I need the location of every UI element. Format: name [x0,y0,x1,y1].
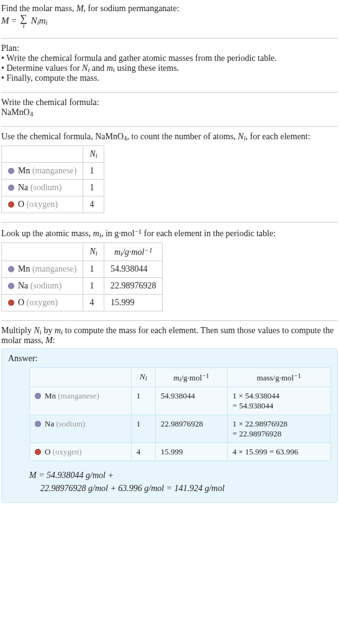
answer-box: Answer: Ni mi/g·mol−1 mass/g·mol−1 Mn (m… [1,348,338,503]
plan-item-2: • Determine values for Ni and mi using t… [1,63,338,73]
element-dot-icon [8,185,14,191]
element-dot-icon [35,449,41,455]
intro-a: Find the molar mass, [1,4,76,13]
divider [1,38,338,39]
multiply-text: Multiply Ni by mi to compute the mass fo… [1,326,338,346]
table-header-row: Ni [2,146,104,163]
intro-text: Find the molar mass, M, for sodium perma… [1,4,338,14]
atomic-mass-table: Ni mi/g·mol−1 Mn (manganese) 1 54.938044… [1,242,163,311]
plan-heading: Plan: [1,44,338,53]
write-heading: Write the chemical formula: [1,98,338,108]
answer-table: Ni mi/g·mol−1 mass/g·mol−1 Mn (manganese… [29,367,331,461]
divider [1,320,338,321]
intro-b: , for sodium permanganate: [84,4,179,13]
table-row: Mn (manganese) 1 54.938044 1 × 54.938044… [30,387,331,415]
table-header-row: Ni mi/g·mol−1 mass/g·mol−1 [30,368,331,387]
write-formula-block: Write the chemical formula: NaMnO4 [1,96,338,122]
element-dot-icon [8,300,14,306]
table-row: O (oxygen) 4 [2,196,104,213]
table-row: Na (sodium) 1 22.98976928 [2,278,163,295]
lookup-text: Look up the atomic mass, mi, in g·mol−1 … [1,228,338,239]
element-dot-icon [35,393,41,399]
chemical-formula: NaMnO4 [1,108,338,117]
table-row: Na (sodium) 1 22.98976928 1 × 22.9897692… [30,415,331,443]
divider [1,126,338,127]
element-dot-icon [35,421,41,427]
plan-item-1: • Write the chemical formula and gather … [1,53,338,63]
divider [1,222,338,223]
lookup-mass-block: Look up the atomic mass, mi, in g·mol−1 … [1,226,338,316]
eq-N: N [31,16,37,25]
table-header-row: Ni mi/g·mol−1 [2,243,163,261]
element-dot-icon [8,168,14,174]
eq-m-sub: i [46,19,48,26]
element-dot-icon [8,266,14,272]
table-row: Na (sodium) 1 [2,180,104,196]
col-ni: Ni [83,243,104,261]
col-ni: Ni [83,146,104,163]
sum-index: i [20,23,27,29]
sum-symbol: ∑i [20,14,27,29]
col-ni: Ni [131,368,155,387]
col-mi: mi/g·mol−1 [104,243,163,261]
table-row: Mn (manganese) 1 [2,163,104,180]
table-row: O (oxygen) 4 15.999 [2,295,163,311]
answer-label: Answer: [8,354,331,364]
count-atoms-block: Use the chemical formula, NaMnO4, to cou… [1,131,338,218]
answer-inner: Ni mi/g·mol−1 mass/g·mol−1 Mn (manganese… [8,367,331,495]
molar-mass-equation: M = ∑i Nimi [1,14,338,29]
multiply-block: Multiply Ni by mi to compute the mass fo… [1,324,338,508]
atom-count-table: Ni Mn (manganese) 1 Na (sodium) 1 O (oxy… [1,145,104,213]
final-result: M = 54.938044 g/mol + 22.98976928 g/mol … [29,469,331,495]
eq-m: m [39,16,46,25]
intro-block: Find the molar mass, M, for sodium perma… [1,2,338,34]
plan-item-3: • Finally, compute the mass. [1,73,338,83]
table-row: O (oxygen) 4 15.999 4 × 15.999 = 63.996 [30,443,331,461]
intro-M: M [76,4,84,13]
eq-lhs: M [1,16,9,25]
count-text: Use the chemical formula, NaMnO4, to cou… [1,132,338,142]
element-dot-icon [8,283,14,289]
col-mi: mi/g·mol−1 [155,368,227,387]
divider [1,92,338,93]
col-mass: mass/g·mol−1 [227,368,331,387]
eq-eq: = [9,16,19,25]
plan-block: Plan: • Write the chemical formula and g… [1,42,338,88]
element-dot-icon [8,201,14,208]
table-row: Mn (manganese) 1 54.938044 [2,261,163,278]
